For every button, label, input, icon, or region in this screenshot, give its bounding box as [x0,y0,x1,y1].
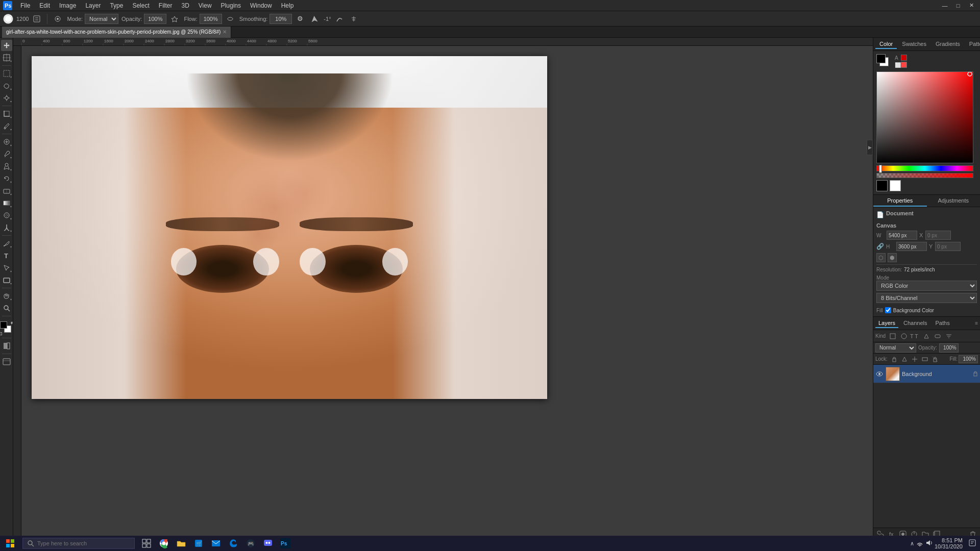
screen-mode-btn[interactable] [1,356,12,367]
mail-icon[interactable] [208,536,224,551]
minimize-button[interactable]: — [938,0,951,11]
menu-select[interactable]: Select [128,1,153,10]
canvas-height-input[interactable] [896,242,927,251]
menu-help[interactable]: Help [277,1,298,10]
layer-opacity-input[interactable] [939,343,959,353]
document-tab[interactable]: girl-after-spa-white-towel-with-acne-pro… [2,27,231,38]
layers-panel-menu-btn[interactable]: ≡ [975,320,978,326]
color-spectrum-picker[interactable] [876,71,973,163]
menu-layer[interactable]: Layer [81,1,105,10]
angle-btn[interactable] [308,13,321,25]
eraser-tool[interactable]: ▾ [1,185,12,196]
menu-type[interactable]: Type [106,1,127,10]
tab-swatches[interactable]: Swatches [898,40,930,49]
system-clock[interactable]: 8:51 PM 10/31/2020 [935,537,963,549]
canvas-x-input[interactable] [925,231,951,240]
filter-shape-layers-btn[interactable] [921,331,932,341]
edge-icon[interactable] [226,536,241,551]
brush-preview[interactable] [3,14,13,24]
landscape-orientation-btn[interactable]: ⬡ [876,253,886,262]
canvas-width-input[interactable] [887,231,917,240]
filter-smart-layers-btn[interactable] [933,331,943,341]
filter-type-layers-btn[interactable]: T T [910,331,920,341]
tab-channels[interactable]: Channels [900,319,930,328]
path-selection-tool[interactable]: ▾ [1,262,12,273]
current-fg-color[interactable] [876,180,888,191]
maximize-button[interactable]: □ [951,0,965,11]
collapse-panels-btn[interactable]: ▶ [867,140,873,155]
store-icon[interactable]: 🛒 [191,536,206,551]
chrome-icon[interactable] [156,536,172,551]
filter-pixel-layers-btn[interactable] [888,331,898,341]
proof-color-swatch[interactable] [901,62,907,68]
move-tool[interactable] [1,40,12,51]
volume-icon[interactable] [925,539,933,548]
taskbar-search-input[interactable] [37,540,119,546]
tab-gradients[interactable]: Gradients [932,40,964,49]
layer-blend-mode-select[interactable]: Normal [875,343,916,353]
pen-tool[interactable]: ▾ [1,238,12,249]
reset-colors-btn[interactable]: ⊡ [0,331,3,336]
gradient-tool[interactable]: ▾ [1,197,12,209]
photoshop-taskbar-icon[interactable]: Ps [278,536,293,551]
smoothing-settings-btn[interactable]: ⚙ [294,13,306,25]
fg-color-chip[interactable] [876,54,886,63]
tab-patterns[interactable]: Patterns [965,40,980,49]
rectangle-shape-tool[interactable]: ▾ [1,274,12,286]
taskbar-search-box[interactable] [22,538,135,549]
prevent-auto-nest-btn[interactable] [920,355,929,364]
opacity-slider[interactable] [876,173,973,178]
menu-image[interactable]: Image [55,1,80,10]
opacity-always-use-btn[interactable] [168,13,181,25]
canvas-y-input[interactable] [935,242,961,251]
action-center-btn[interactable] [969,539,976,547]
tab-adjustments[interactable]: Adjustments [927,195,981,207]
layer-item-background[interactable]: Background [873,365,980,383]
close-button[interactable]: ✕ [965,0,978,11]
network-icon[interactable] [916,539,923,548]
zoom-tool[interactable] [1,303,12,314]
portrait-orientation-btn[interactable]: ⬢ [888,253,897,262]
canvas-container[interactable] [21,46,873,540]
menu-filter[interactable]: Filter [155,1,177,10]
blur-tool[interactable]: ▾ [1,210,12,221]
file-explorer-icon[interactable] [174,536,189,551]
airbrush-btn[interactable] [224,13,236,25]
symmetry-btn[interactable] [348,13,360,25]
lock-all-btn[interactable] [930,355,940,364]
magic-wand-tool[interactable]: ▾ [1,92,12,104]
current-bg-color[interactable] [890,180,901,191]
link-dimensions-btn[interactable]: 🔗 [876,243,884,250]
lock-image-pixels-btn[interactable] [900,355,909,364]
menu-window[interactable]: Window [246,1,276,10]
fill-percent-input[interactable] [959,355,978,363]
history-brush-tool[interactable]: ▾ [1,173,12,184]
layers-filter-active-btn[interactable] [944,331,954,341]
menu-edit[interactable]: Edit [35,1,54,10]
spot-healing-brush-tool[interactable]: ▾ [1,136,12,147]
quick-mask-mode-btn[interactable] [1,340,12,352]
filter-adjustment-layers-btn[interactable] [899,331,909,341]
tab-close-btn[interactable]: ✕ [223,29,227,35]
lock-transparent-pixels-btn[interactable] [890,355,899,364]
lasso-tool[interactable]: ▾ [1,80,12,91]
blend-mode-select[interactable]: Normal [85,14,118,24]
tab-layers[interactable]: Layers [875,319,898,328]
color-mode-select[interactable]: RGB Color [876,281,977,291]
menu-3d[interactable]: 3D [177,1,193,10]
opacity-input[interactable] [144,14,166,24]
bit-depth-select[interactable]: 8 Bits/Channel [876,293,977,303]
type-tool[interactable]: T [1,250,12,261]
lock-position-btn[interactable] [910,355,919,364]
crop-tool[interactable]: ▾ [1,108,12,119]
brush-settings-btn[interactable] [31,13,43,25]
foreground-color-swatch[interactable] [0,321,7,329]
dodge-tool[interactable]: ▾ [1,222,12,233]
menu-view[interactable]: View [194,1,216,10]
hand-tool[interactable]: ▾ [1,290,12,302]
task-view-btn[interactable] [139,536,154,551]
clone-stamp-tool[interactable]: ▾ [1,161,12,172]
steam-icon[interactable]: 🎮 [243,536,258,551]
discord-icon[interactable] [260,536,276,551]
rectangular-marquee-tool[interactable]: ▾ [1,68,12,79]
